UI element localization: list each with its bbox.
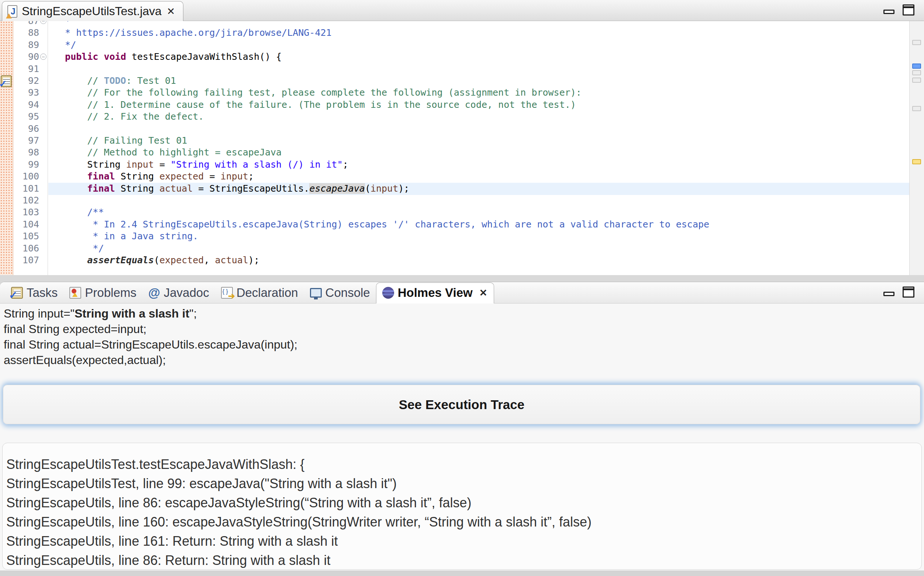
gray-overview-marker[interactable]	[912, 78, 921, 83]
overview-ruler[interactable]	[909, 21, 924, 275]
view-tab-bar: TasksProblemsJavadocDeclarationConsoleHo…	[0, 282, 924, 304]
snippet-line: final String actual=StringEscapeUtils.es…	[4, 337, 920, 352]
code-line[interactable]: final String actual = StringEscapeUtils.…	[54, 183, 409, 195]
blue-overview-marker[interactable]	[912, 64, 921, 69]
holmes-icon	[382, 287, 394, 299]
view-tab-label: Javadoc	[164, 286, 209, 300]
view-tab-label: Holmes View	[398, 286, 473, 300]
javadoc-icon	[148, 287, 160, 299]
fold-collapse-icon[interactable]: −	[40, 54, 46, 60]
bottom-strip	[0, 570, 924, 576]
line-number: 87	[15, 21, 39, 27]
line-number: 93	[15, 87, 39, 99]
line-number: 88	[15, 27, 39, 39]
code-line[interactable]: // Failing Test 01	[54, 135, 187, 147]
editor-tab-bar: StringEscapeUtilsTest.java ✕	[0, 0, 924, 21]
view-tab-label: Tasks	[27, 286, 57, 300]
trace-line: StringEscapeUtils, line 86: escapeJavaSt…	[6, 493, 921, 512]
line-number: 95	[15, 111, 39, 123]
gray-overview-marker[interactable]	[912, 70, 921, 75]
maximize-icon[interactable]	[903, 5, 914, 16]
yellow-overview-marker[interactable]	[912, 159, 921, 164]
view-tab-holmes-view[interactable]: Holmes View✕	[376, 282, 495, 304]
declaration-icon	[221, 287, 233, 299]
line-number: 94	[15, 99, 39, 111]
line-number: 90	[15, 51, 39, 63]
snippet-line: String input="String with a slash it";	[4, 306, 920, 321]
see-execution-trace-button[interactable]: See Execution Trace	[3, 385, 920, 424]
code-line[interactable]: // For the following failing test, pleas…	[54, 87, 582, 99]
line-number: 105	[15, 230, 39, 242]
trace-line: StringEscapeUtilsTest, line 99: escapeJa…	[6, 474, 921, 493]
close-icon[interactable]: ✕	[166, 6, 176, 18]
bottom-view-panel: TasksProblemsJavadocDeclarationConsoleHo…	[0, 282, 924, 576]
code-line[interactable]: // Method to highlight = escapeJava	[54, 147, 282, 158]
line-number: 104	[15, 219, 39, 230]
annotation-ruler[interactable]: 87−888990−919293949596979899100101102103…	[0, 21, 48, 275]
console-icon	[310, 288, 322, 298]
code-line[interactable]: // TODO: Test 01	[54, 75, 176, 87]
range-indicator-hatch	[0, 21, 13, 275]
trace-line: StringEscapeUtils, line 160: escapeJavaS…	[6, 512, 921, 532]
line-number: 97	[15, 135, 39, 147]
line-number: 99	[15, 159, 39, 171]
snippet-line: final String expected=input;	[4, 321, 920, 337]
view-tab-label: Console	[326, 286, 370, 300]
line-number: 100	[15, 171, 39, 182]
code-line[interactable]: // 1. Determine cause of the failure. (T…	[54, 99, 576, 111]
line-number: 89	[15, 39, 39, 51]
execution-trace-output: StringEscapeUtilsTest.testEscapeJavaWith…	[2, 443, 922, 570]
code-line[interactable]: * https://issues.apache.org/jira/browse/…	[54, 27, 332, 39]
code-line[interactable]: *	[54, 21, 70, 27]
task-marker-icon[interactable]	[1, 75, 12, 87]
code-line[interactable]: public void testEscapeJavaWithSlash() {	[54, 51, 282, 63]
code-line[interactable]: */	[54, 243, 104, 254]
code-editor[interactable]: * * https://issues.apache.org/jira/brows…	[0, 21, 924, 275]
code-line[interactable]: String input = "String with a slash (/) …	[54, 159, 348, 171]
trace-line: StringEscapeUtils, line 161: Return: Str…	[6, 532, 921, 551]
holmes-code-snippet: String input="String with a slash it";fi…	[4, 306, 920, 368]
view-tab-tasks[interactable]: Tasks	[5, 282, 64, 303]
line-number: 102	[15, 195, 39, 206]
code-line[interactable]: // 2. Fix the defect.	[54, 111, 204, 123]
view-tab-declaration[interactable]: Declaration	[215, 282, 304, 303]
line-number: 106	[15, 243, 39, 254]
java-file-icon	[7, 5, 18, 18]
gray-overview-marker[interactable]	[912, 106, 921, 111]
code-line[interactable]: * In 2.4 StringEscapeUtils.escapeJava(St…	[54, 219, 709, 230]
view-tab-label: Problems	[85, 286, 136, 300]
view-tab-label: Declaration	[236, 286, 298, 300]
code-line[interactable]: final String expected = input;	[54, 171, 254, 182]
view-tab-problems[interactable]: Problems	[64, 282, 142, 303]
fold-collapse-icon[interactable]: −	[40, 21, 46, 24]
problems-icon	[69, 287, 81, 299]
tasks-icon	[11, 287, 23, 299]
code-area[interactable]: * * https://issues.apache.org/jira/brows…	[0, 21, 909, 275]
line-number: 92	[15, 75, 39, 87]
line-number: 101	[15, 183, 39, 195]
editor-tab-stringescapeutilstest[interactable]: StringEscapeUtilsTest.java ✕	[2, 1, 184, 21]
minimize-icon[interactable]	[883, 10, 894, 14]
view-tab-console[interactable]: Console	[304, 282, 376, 303]
code-line[interactable]: * in a Java string.	[54, 230, 198, 242]
line-number: 98	[15, 147, 39, 158]
minimize-icon[interactable]	[883, 292, 894, 296]
holmes-view-content: String input="String with a slash it";fi…	[0, 304, 924, 576]
maximize-icon[interactable]	[903, 286, 914, 298]
code-line[interactable]: /**	[54, 206, 104, 218]
line-number: 103	[15, 206, 39, 218]
line-number: 96	[15, 123, 39, 135]
view-tab-javadoc[interactable]: Javadoc	[142, 282, 215, 303]
editor-tab-title: StringEscapeUtilsTest.java	[22, 5, 162, 18]
snippet-line: assertEquals(expected,actual);	[4, 352, 920, 368]
trace-line: StringEscapeUtilsTest.testEscapeJavaWith…	[6, 455, 921, 474]
gray-overview-marker[interactable]	[912, 40, 921, 45]
trace-line: StringEscapeUtils, line 86: Return: Stri…	[6, 551, 921, 570]
line-number: 107	[15, 254, 39, 266]
editor-window-buttons	[883, 5, 914, 16]
code-line[interactable]: */	[54, 39, 76, 51]
line-number: 91	[15, 63, 39, 75]
close-icon[interactable]: ✕	[479, 287, 488, 299]
panel-window-buttons	[883, 286, 914, 298]
code-line[interactable]: assertEquals(expected, actual);	[54, 254, 259, 266]
